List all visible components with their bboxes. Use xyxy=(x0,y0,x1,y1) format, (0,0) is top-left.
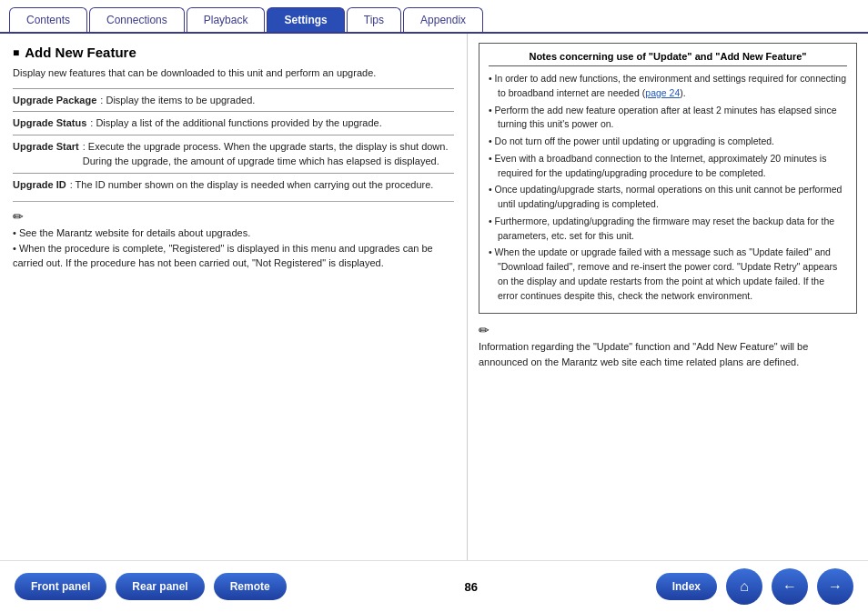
note-1: • See the Marantz website for details ab… xyxy=(13,226,454,241)
pencil-icon-right: ✏ xyxy=(479,323,490,337)
back-button[interactable]: ← xyxy=(772,568,808,605)
bottom-bar: Front panel Rear panel Remote 86 Index ⌂… xyxy=(0,560,868,612)
note-item-5: Once updating/upgrade starts, normal ope… xyxy=(489,183,847,212)
tab-appendix[interactable]: Appendix xyxy=(403,7,483,32)
home-icon: ⌂ xyxy=(740,578,749,595)
notes-box: Notes concerning use of "Update" and "Ad… xyxy=(479,43,857,314)
feature-id-text: : The ID number shown on the display is … xyxy=(70,177,434,193)
tab-connections[interactable]: Connections xyxy=(89,7,185,32)
right-panel: Notes concerning use of "Update" and "Ad… xyxy=(468,34,868,560)
feature-status-label: Upgrade Status xyxy=(13,115,86,131)
remote-button[interactable]: Remote xyxy=(214,573,287,600)
notes-list: In order to add new functions, the envir… xyxy=(489,72,847,303)
feature-package: Upgrade Package : Display the items to b… xyxy=(13,93,454,108)
feature-start: Upgrade Start : Execute the upgrade proc… xyxy=(13,139,454,169)
front-panel-button[interactable]: Front panel xyxy=(15,573,106,600)
divider-1 xyxy=(13,88,454,89)
feature-package-colon: : Display the items to be upgraded. xyxy=(100,93,255,108)
feature-start-label: Upgrade Start xyxy=(13,139,79,169)
right-bottom-note: ✏ Information regarding the "Update" fun… xyxy=(479,323,857,369)
pencil-icon: ✏ xyxy=(13,209,24,224)
section-title-text: Add New Feature xyxy=(25,45,136,60)
divider-4 xyxy=(13,173,454,174)
note-item-1: In order to add new functions, the envir… xyxy=(489,72,847,101)
home-button[interactable]: ⌂ xyxy=(726,568,762,605)
left-panel: Add New Feature Display new features tha… xyxy=(0,34,468,560)
divider-3 xyxy=(13,135,454,135)
tabs-bar: ContentsConnectionsPlaybackSettingsTipsA… xyxy=(0,0,868,32)
feature-start-text: : Execute the upgrade process. When the … xyxy=(83,139,450,169)
tab-contents[interactable]: Contents xyxy=(9,7,87,32)
tab-playback[interactable]: Playback xyxy=(187,7,266,32)
forward-icon: → xyxy=(828,578,843,595)
right-note-text: Information regarding the "Update" funct… xyxy=(479,339,857,369)
note-item-7: When the update or upgrade failed with a… xyxy=(489,246,847,303)
feature-id-label: Upgrade ID xyxy=(13,177,66,193)
section-title: Add New Feature xyxy=(13,45,454,60)
note-item-6: Furthermore, updating/upgrading the firm… xyxy=(489,215,847,244)
note-2: • When the procedure is complete, "Regis… xyxy=(13,241,454,271)
feature-package-label: Upgrade Package xyxy=(13,93,96,108)
note-item-4: Even with a broadband connection to the … xyxy=(489,152,847,181)
tab-tips[interactable]: Tips xyxy=(347,7,401,32)
forward-button[interactable]: → xyxy=(817,568,853,605)
note-item-2: Perform the add new feature operation af… xyxy=(489,104,847,133)
tab-settings[interactable]: Settings xyxy=(267,7,344,32)
note-item-3: Do not turn off the power until updating… xyxy=(489,135,847,149)
back-icon: ← xyxy=(782,578,797,595)
notes-box-title: Notes concerning use of "Update" and "Ad… xyxy=(489,51,847,66)
section-description: Display new features that can be downloa… xyxy=(13,65,454,81)
rear-panel-button[interactable]: Rear panel xyxy=(116,573,204,600)
left-notes: ✏ • See the Marantz website for details … xyxy=(13,201,454,271)
feature-status: Upgrade Status : Display a list of the a… xyxy=(13,115,454,131)
index-button[interactable]: Index xyxy=(656,573,717,600)
divider-2 xyxy=(13,111,454,112)
page-number: 86 xyxy=(296,580,647,594)
feature-status-text: : Display a list of the additional funct… xyxy=(90,115,381,131)
feature-id: Upgrade ID : The ID number shown on the … xyxy=(13,177,454,193)
main-content: Add New Feature Display new features tha… xyxy=(0,32,868,560)
